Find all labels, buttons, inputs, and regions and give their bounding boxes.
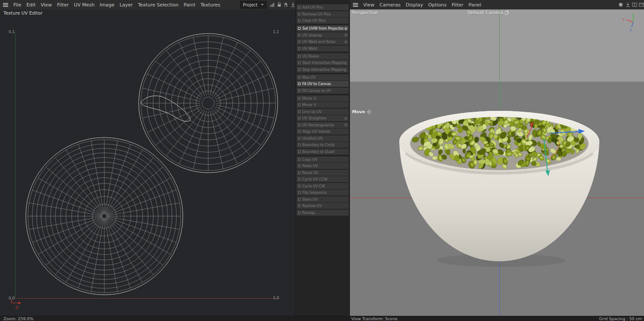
menu-file[interactable]: File — [11, 1, 24, 9]
uv-command-boundary-to-quad[interactable]: Boundary to Quad — [297, 149, 349, 155]
vp-menu-cameras[interactable]: Cameras — [377, 1, 403, 9]
uv-weld-and-relax-icon — [298, 40, 302, 43]
render-sphere-icon[interactable] — [617, 1, 624, 8]
menu-filter[interactable]: Filter — [55, 1, 71, 9]
uv-command-remap[interactable]: Remap... — [297, 210, 349, 216]
fit-uv-to-canvas-icon — [298, 83, 302, 85]
uv-command-uv-peeler[interactable]: UV Peeler — [297, 53, 349, 59]
menu-hamburger-icon[interactable] — [3, 3, 8, 7]
uv-command-line-up-uv[interactable]: Line Up UV — [297, 109, 349, 115]
uv-command-cycle-uv-ccw[interactable]: Cycle UV CCW — [297, 176, 349, 182]
stop-interactive-mapping-icon — [298, 68, 302, 71]
align-uv-islands-icon — [298, 130, 302, 133]
download-icon[interactable] — [624, 1, 631, 8]
uv-command-restore-uv[interactable]: Restore UV — [297, 203, 349, 209]
uv-editor-toolbar-icons — [269, 1, 296, 8]
settings-gear-icon[interactable] — [343, 27, 348, 31]
viewport-3d[interactable]: X Z — [350, 9, 644, 316]
uv-command-copy-uv[interactable]: Copy UV — [297, 156, 349, 162]
uv-command-uv-weld-and-relax[interactable]: UV Weld and Relax — [297, 39, 349, 45]
project-select[interactable]: Project — [240, 1, 267, 9]
uv-command-label: Paste UV — [302, 164, 348, 168]
perspective-label: Perspective — [352, 10, 378, 15]
uv-command-label: Start Interactive Mapping — [302, 61, 348, 65]
menu-uv-mesh[interactable]: UV Mesh — [71, 1, 97, 9]
uv-command-label: Reset UV — [302, 171, 348, 175]
camera-link-icon[interactable] — [505, 11, 509, 15]
vp-menu-display[interactable]: Display — [403, 1, 426, 9]
menu-paint[interactable]: Paint — [181, 1, 198, 9]
clear-uv-pins-icon — [298, 19, 302, 22]
uv-command-uv-straighten[interactable]: UV Straighten — [297, 115, 349, 121]
uv-command-label: Boundary to Circle — [302, 143, 348, 147]
panel-icon[interactable] — [638, 1, 644, 8]
menu-edit[interactable]: Edit — [24, 1, 38, 9]
menu-image[interactable]: Image — [97, 1, 117, 9]
settings-gear-icon[interactable] — [343, 123, 348, 127]
uv-command-mirror-v[interactable]: Mirror V — [297, 102, 349, 108]
uv-canvas[interactable]: 0,1 1,1 0,0 1,0 U — [0, 9, 295, 316]
uv-command-mirror-u[interactable]: Mirror U — [297, 95, 349, 101]
vp-menu-view[interactable]: View — [361, 1, 377, 9]
uv-command-unstitch-uv[interactable]: Unstitch UV — [297, 135, 349, 141]
set-uvw-from-projection-icon — [298, 27, 302, 30]
uv-command-fit-uv-to-canvas[interactable]: Fit UV to Canvas — [297, 81, 349, 87]
uv-command-label: Boundary to Quad — [302, 150, 348, 154]
move-cross-icon — [367, 110, 371, 114]
hand-icon[interactable] — [283, 1, 289, 8]
vp-menu-options[interactable]: Options — [426, 1, 449, 9]
boundary-to-quad-icon — [298, 150, 302, 153]
paste-uv-icon — [298, 165, 302, 167]
uv-command-align-uv-islands[interactable]: Align UV Islands — [297, 128, 349, 135]
uv-command-start-interactive-mapping[interactable]: Start Interactive Mapping — [297, 60, 349, 66]
uv-command-group: Mirror UMirror VLine Up UVUV StraightenU… — [296, 95, 349, 155]
camera-label-group: Default Camera — [468, 10, 509, 15]
uv-command-reset-uv[interactable]: Reset UV — [297, 170, 349, 176]
uv-command-uv-unwrap[interactable]: UV Unwrap — [297, 32, 349, 38]
chevron-down-icon — [261, 4, 264, 6]
uv-command-add-uv-pins[interactable]: Add UV Pins — [297, 4, 349, 10]
application-window: FileEditViewFilterUV MeshImageLayerTextu… — [0, 0, 644, 321]
uv-command-label: UV Rectangularize — [302, 123, 343, 127]
chart-icon[interactable] — [269, 1, 276, 8]
menu-textures[interactable]: Textures — [198, 1, 223, 9]
uv-command-label: Line Up UV — [302, 110, 348, 114]
panel-split-icon[interactable] — [631, 1, 638, 8]
viewport-3d-panel: X Z Perspective Default Camera Move — [350, 9, 644, 316]
project-select-value: Project — [243, 3, 258, 7]
start-interactive-mapping-icon — [298, 61, 302, 64]
menu-layer[interactable]: Layer — [117, 1, 136, 9]
camera-label[interactable]: Default Camera — [468, 10, 503, 15]
menu-view[interactable]: View — [38, 1, 55, 9]
menu-texture-selection[interactable]: Texture Selection — [135, 1, 181, 9]
texture-uv-editor-panel: Texture UV Editor 0,1 1,1 0,0 1,0 U — [0, 9, 295, 316]
settings-gear-icon[interactable] — [343, 116, 348, 120]
uv-command-clear-uv-pins[interactable]: Clear UV Pins — [297, 18, 349, 24]
uv-command-fit-canvas-to-uv[interactable]: Fit Canvas to UV — [297, 88, 349, 94]
uv-canvas-background — [0, 9, 295, 316]
uv-command-set-uvw-from-projection[interactable]: Set UVW from Projection — [297, 25, 349, 31]
uv-command-label: UV Weld and Relax — [302, 40, 343, 44]
uv-command-store-uv[interactable]: Store UV — [297, 196, 349, 202]
uv-command-cycle-uv-cw[interactable]: Cycle UV CW — [297, 183, 349, 189]
uv-command-group: Copy UVPaste UVReset UVCycle UV CCWCycle… — [296, 156, 349, 216]
lock-icon[interactable] — [276, 1, 283, 8]
vp-menu-filter[interactable]: Filter — [449, 1, 466, 9]
uv-command-label: Copy UV — [302, 157, 348, 162]
uv-command-boundary-to-circle[interactable]: Boundary to Circle — [297, 142, 349, 148]
menu-hamburger-icon[interactable] — [353, 3, 358, 7]
uv-command-flip-sequence[interactable]: Flip Sequence — [297, 190, 349, 196]
uv-editor-menubar: FileEditViewFilterUV MeshImageLayerTextu… — [0, 0, 299, 10]
active-tool-label-group: Move — [352, 110, 371, 114]
uv-command-stop-interactive-mapping[interactable]: Stop Interactive Mapping — [297, 67, 349, 73]
settings-gear-icon[interactable] — [343, 40, 348, 44]
viewport-menubar: ViewCamerasDisplayOptionsFilterPanel — [350, 0, 644, 10]
settings-gear-icon[interactable] — [343, 33, 348, 37]
uv-command-uv-rectangularize[interactable]: UV Rectangularize — [297, 122, 349, 128]
uv-command-uv-weld[interactable]: UV Weld — [297, 46, 349, 52]
uv-command-max-uv[interactable]: Max UV — [297, 74, 349, 80]
uv-command-paste-uv[interactable]: Paste UV — [297, 163, 349, 169]
vp-menu-panel[interactable]: Panel — [466, 1, 484, 9]
uv-command-remove-uv-pins[interactable]: Remove UV Pins — [297, 11, 349, 17]
uv-corner-10: 1,0 — [273, 296, 279, 300]
